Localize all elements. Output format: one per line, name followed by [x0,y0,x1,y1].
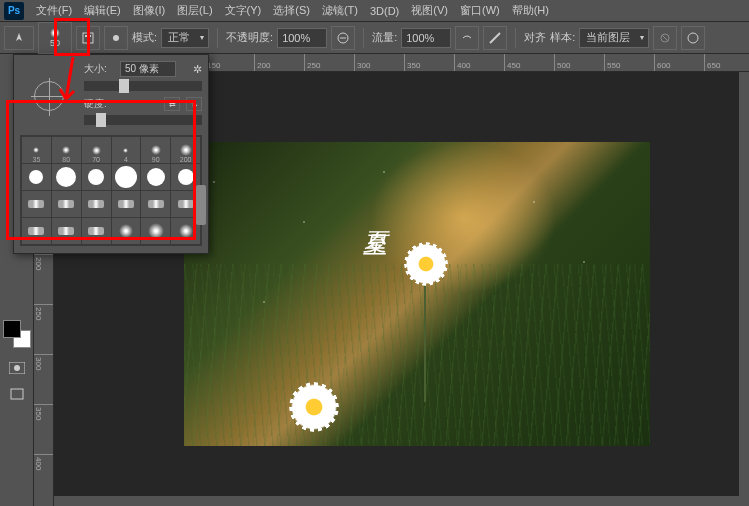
menu-edit[interactable]: 编辑(E) [78,1,127,20]
tool-preset-picker[interactable] [4,26,34,50]
menu-filter[interactable]: 滤镜(T) [316,1,364,20]
menubar: Ps 文件(F) 编辑(E) 图像(I) 图层(L) 文字(Y) 选择(S) 滤… [0,0,749,22]
sample-ignore-button[interactable] [653,26,677,50]
menu-select[interactable]: 选择(S) [267,1,316,20]
brush-preset-cell[interactable] [22,164,51,190]
brush-preset-cell[interactable]: 35 [22,137,51,163]
divider [515,28,516,48]
brush-preset-cell[interactable] [82,218,111,244]
opacity-input[interactable]: 100% [277,28,327,48]
brush-preset-grid: 358070490200 [20,135,202,246]
brush-preset-cell[interactable] [141,191,170,217]
canvas[interactable]: 夏至 [184,142,650,446]
brush-preset-cell[interactable] [112,218,141,244]
brush-settings-button[interactable] [104,26,128,50]
color-swatches[interactable] [3,320,31,348]
canvas-text: 夏至 [359,212,391,220]
hardness-slider[interactable] [84,115,202,125]
brush-preset-cell[interactable] [112,191,141,217]
svg-rect-8 [11,389,23,399]
brush-preset-cell[interactable] [82,164,111,190]
hardness-label: 硬度: [84,97,114,111]
pressure-size-button[interactable] [681,26,705,50]
brush-dot-icon [50,28,60,38]
canvas-decoration [404,242,448,286]
brush-angle-preview[interactable] [24,78,74,114]
opacity-pressure-button[interactable] [331,26,355,50]
flow-pressure-button[interactable] [483,26,507,50]
brush-preset-cell[interactable]: 80 [52,137,81,163]
canvas-decoration [289,382,339,432]
brush-preset-cell[interactable]: 90 [141,137,170,163]
menu-type[interactable]: 文字(Y) [219,1,268,20]
svg-point-2 [113,35,119,41]
menu-file[interactable]: 文件(F) [30,1,78,20]
brush-size-value: 50 [50,38,60,48]
divider [217,28,218,48]
airbrush-button[interactable] [455,26,479,50]
brush-preset-cell[interactable] [82,191,111,217]
brush-preset-cell[interactable] [141,218,170,244]
screen-mode-toggle[interactable] [5,382,29,406]
flip-x-button[interactable]: ⇄ [164,97,180,111]
brush-preset-cell[interactable]: 70 [82,137,111,163]
flip-y-button[interactable]: ⇅ [186,97,202,111]
menu-window[interactable]: 窗口(W) [454,1,506,20]
flow-input[interactable]: 100% [401,28,451,48]
gear-icon[interactable]: ✲ [193,63,202,76]
sample-dropdown[interactable]: 当前图层 [579,28,649,48]
sample-label: 样本: [550,30,575,45]
divider [363,28,364,48]
brush-preset-cell[interactable] [112,164,141,190]
scrollbar-thumb[interactable] [196,185,206,225]
size-label: 大小: [84,62,114,76]
quickmask-toggle[interactable] [5,356,29,380]
brush-preset-cell[interactable]: 4 [112,137,141,163]
opacity-label: 不透明度: [226,30,273,45]
mode-label: 模式: [132,30,157,45]
svg-rect-0 [83,33,93,43]
brush-preset-cell[interactable] [22,191,51,217]
menu-help[interactable]: 帮助(H) [506,1,555,20]
brush-preset-picker[interactable]: 50 [38,22,72,54]
brush-preset-cell[interactable] [22,218,51,244]
svg-point-5 [688,33,698,43]
brush-preset-cell[interactable] [141,164,170,190]
mode-dropdown[interactable]: 正常 [161,28,209,48]
brush-preset-cell[interactable] [52,218,81,244]
canvas-decoration [424,282,426,402]
brush-preset-cell[interactable] [52,191,81,217]
menu-3d[interactable]: 3D(D) [364,3,405,19]
brush-preset-cell[interactable] [52,164,81,190]
canvas-decoration [184,264,650,446]
menu-image[interactable]: 图像(I) [127,1,171,20]
menu-view[interactable]: 视图(V) [405,1,454,20]
options-bar: 50 模式: 正常 不透明度: 100% 流量: 100% 对齐 样本: 当前图… [0,22,749,54]
brush-panel-toggle[interactable] [76,26,100,50]
size-slider[interactable] [84,81,202,91]
brush-preset-panel: 大小: 50 像素 ✲ 硬度: ⇄ ⇅ 358070490200 [13,54,209,254]
brush-preset-cell[interactable]: 200 [171,137,200,163]
svg-rect-1 [85,35,91,37]
foreground-color-swatch[interactable] [3,320,21,338]
menu-layer[interactable]: 图层(L) [171,1,218,20]
align-label: 对齐 [524,30,546,45]
size-input[interactable]: 50 像素 [120,61,176,77]
svg-point-7 [14,365,20,371]
app-logo: Ps [4,2,24,20]
flow-label: 流量: [372,30,397,45]
